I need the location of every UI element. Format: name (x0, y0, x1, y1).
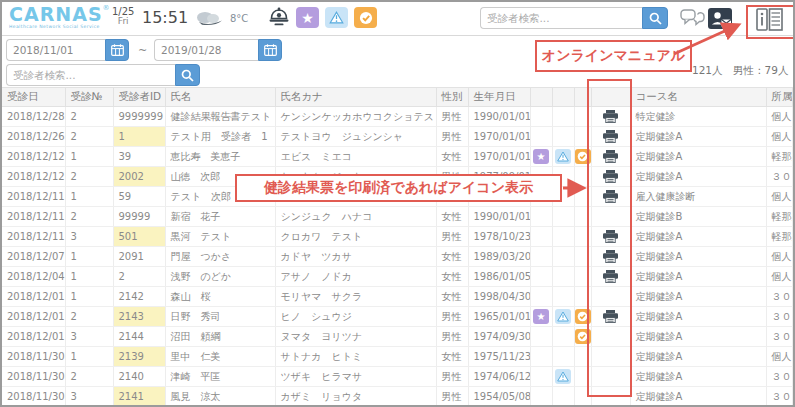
calendar-from-button[interactable] (105, 39, 129, 61)
cell-warning-badge (552, 327, 574, 347)
table-row[interactable]: 2018/12/113501黒河 テストクロカワ テスト男性1978/10/23… (2, 227, 793, 247)
cell-patient-id: 9999999 (113, 107, 165, 127)
cell-course: 定期健診A (630, 327, 766, 347)
cell-kana: モリヤマ サクラ (275, 287, 436, 307)
table-row[interactable]: 2018/12/11299999新宿 花子シンジュク ハナコ女性1990/01/… (2, 207, 793, 227)
col-header-12: 所属団体 (766, 88, 793, 107)
date-from-group (6, 39, 129, 61)
cell-warning-badge (552, 207, 574, 227)
cell-name: 里中 仁美 (165, 347, 275, 367)
logo-tagline: Healthcare Network Social Service (9, 25, 109, 30)
col-header-7 (530, 88, 552, 107)
cell-visit-no: 2 (65, 307, 113, 327)
cell-patient-id: 2091 (113, 247, 165, 267)
cell-patient-id: 1 (113, 127, 165, 147)
cell-visit-no: 1 (65, 267, 113, 287)
cell-star-badge (530, 367, 552, 387)
cell-course: 特定健診 (630, 107, 766, 127)
cell-star-badge (530, 127, 552, 147)
search-button[interactable] (175, 64, 200, 86)
user-mail-icon[interactable] (708, 8, 732, 33)
printer-column-highlight (587, 79, 632, 397)
cell-visit-date: 2018/12/01 (2, 327, 65, 347)
cell-patient-id: 39 (113, 147, 165, 167)
approved-badge-icon[interactable] (354, 7, 377, 28)
table-row[interactable]: 2018/12/0412浅野 のどかアサノ ノドカ女性1986/01/05定期健… (2, 267, 793, 287)
cell-name: 恵比寿 美恵子 (165, 147, 275, 167)
cell-warning-badge (552, 387, 574, 406)
cell-birthdate: 1989/03/20 (468, 247, 530, 267)
col-header-1: 受診№ (65, 88, 113, 107)
cell-visit-no: 2 (65, 107, 113, 127)
results-table: 受診日受診№受診者ID氏名氏名カナ性別生年月日コース名所属団体 2018/12/… (2, 87, 793, 405)
col-header-5: 性別 (436, 88, 468, 107)
attendance-stats: 121人 男性：79人 女性 (692, 64, 792, 78)
date-to-input[interactable] (154, 39, 258, 61)
cell-sex: 男性 (436, 367, 468, 387)
table-row[interactable]: 2018/12/0132144沼田 頼綱ヌマタ ヨリツナ男性1974/09/30… (2, 327, 793, 347)
cell-star-badge: ★ (530, 307, 552, 327)
cell-org: 個人 (766, 247, 793, 267)
cell-patient-id: 2142 (113, 287, 165, 307)
cell-birthdate: 1978/10/23 (468, 227, 530, 247)
table-row[interactable]: 2018/12/2621テスト用 受診者 1テストヨウ ジュシンシャ男性1970… (2, 127, 793, 147)
cell-kana: クロカワ テスト (275, 227, 436, 247)
patient-search-input-top[interactable] (480, 7, 642, 29)
cell-visit-no: 1 (65, 147, 113, 167)
cell-org: ３００ (766, 327, 793, 347)
date-from-input[interactable] (6, 39, 105, 61)
table-row[interactable]: 2018/12/0112142森山 桜モリヤマ サクラ女性1998/04/30定… (2, 287, 793, 307)
cell-visit-date: 2018/11/30 (2, 347, 65, 367)
table-row[interactable]: 2018/11/3032141風見 涼太カザミ リョウタ男性1954/05/08… (2, 387, 793, 406)
cell-visit-no: 3 (65, 227, 113, 247)
cell-name: 健診結果報告書テスト (165, 107, 275, 127)
star-badge-icon[interactable]: ★ (296, 7, 319, 28)
cell-org: ３００ (766, 167, 793, 187)
cell-visit-no: 2 (65, 167, 113, 187)
cell-star-badge (530, 107, 552, 127)
table-row[interactable]: 2018/12/2829999999健診結果報告書テストケンシンケッカホウコクシ… (2, 107, 793, 127)
cell-patient-id: 2002 (113, 167, 165, 187)
cell-name: 新宿 花子 (165, 207, 275, 227)
cell-visit-no: 1 (65, 187, 113, 207)
range-separator: ~ (138, 44, 147, 57)
warning-badge-icon[interactable] (325, 7, 348, 28)
cell-visit-date: 2018/12/26 (2, 127, 65, 147)
bell-icon[interactable] (268, 7, 290, 32)
cell-sex: 女性 (436, 267, 468, 287)
cell-visit-date: 2018/12/01 (2, 287, 65, 307)
patient-search-input[interactable] (6, 64, 175, 86)
cell-kana: カザミ リョウタ (275, 387, 436, 406)
search-button-top[interactable] (642, 7, 668, 29)
chat-icon[interactable] (680, 9, 705, 33)
cell-visit-date: 2018/12/28 (2, 107, 65, 127)
cell-org: 個人 (766, 127, 793, 147)
cell-kana: カドヤ ツカサ (275, 247, 436, 267)
cell-course: 定期健診A (630, 267, 766, 287)
col-header-3: 氏名 (165, 88, 275, 107)
cell-birthdate: 1970/01/01 (468, 127, 530, 147)
cell-warning-badge (552, 287, 574, 307)
table-row[interactable]: 2018/11/3022140津崎 平匡ツザキ ヒラマサ男性1974/06/12… (2, 367, 793, 387)
carnas-logo: CARNAS® Healthcare Network Social Servic… (9, 5, 109, 30)
cell-visit-no: 1 (65, 287, 113, 307)
cell-visit-no: 2 (65, 207, 113, 227)
cell-star-badge (530, 287, 552, 307)
cell-birthdate: 1954/05/08 (468, 387, 530, 406)
cell-org: 個人 (766, 107, 793, 127)
cell-course: 定期健診A (630, 227, 766, 247)
table-row[interactable]: 2018/12/0712091門屋 つかさカドヤ ツカサ女性1989/03/20… (2, 247, 793, 267)
cell-sex: 男性 (436, 327, 468, 347)
star-badge-icon: ★ (533, 309, 549, 324)
cell-kana: エビス ミエコ (275, 147, 436, 167)
top-bar: CARNAS® Healthcare Network Social Servic… (2, 2, 793, 36)
cell-warning-badge (552, 147, 574, 167)
calendar-to-button[interactable] (258, 39, 282, 61)
cell-kana: テストヨウ ジュシンシャ (275, 127, 436, 147)
cell-name: 浅野 のどか (165, 267, 275, 287)
table-row[interactable]: 2018/11/3012139里中 仁美サトナカ ヒトミ女性1975/11/23… (2, 347, 793, 367)
cell-visit-no: 2 (65, 127, 113, 147)
cell-patient-id: 2144 (113, 327, 165, 347)
table-row[interactable]: 2018/12/12139恵比寿 美恵子エビス ミエコ女性1970/01/01★… (2, 147, 793, 167)
table-row[interactable]: 2018/12/0122143日野 秀司ヒノ シュウジ男性1965/01/01★… (2, 307, 793, 327)
